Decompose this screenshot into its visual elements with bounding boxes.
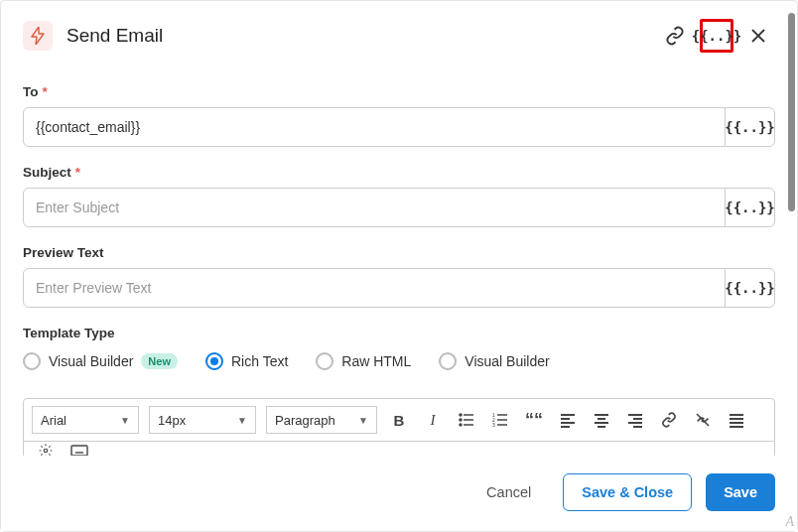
- save-button[interactable]: Save: [706, 473, 775, 511]
- watermark: A: [785, 514, 794, 530]
- bolt-icon: [23, 21, 53, 51]
- block-format-dropdown[interactable]: Paragraph▼: [266, 406, 377, 434]
- editor-toolbar-row2: [23, 442, 775, 456]
- radio-visual-builder-new[interactable]: Visual Builder New: [23, 352, 178, 370]
- radio-icon: [205, 352, 223, 370]
- to-label: To*: [23, 84, 775, 99]
- blockquote-button[interactable]: ““: [522, 408, 546, 432]
- close-icon[interactable]: [741, 19, 775, 53]
- radio-visual-builder[interactable]: Visual Builder: [439, 352, 549, 370]
- field-to: To* {{..}}: [23, 84, 775, 147]
- svg-point-2: [460, 414, 462, 416]
- font-family-dropdown[interactable]: Arial▼: [32, 406, 139, 434]
- to-input[interactable]: [24, 108, 725, 146]
- align-center-button[interactable]: [590, 408, 613, 432]
- cancel-button[interactable]: Cancel: [468, 473, 549, 511]
- italic-button[interactable]: I: [421, 408, 445, 432]
- svg-rect-32: [71, 446, 87, 456]
- editor-toolbar: Arial▼ 14px▼ Paragraph▼ B I 123 ““: [23, 398, 775, 442]
- subject-label: Subject*: [23, 165, 775, 180]
- link-icon[interactable]: [658, 19, 692, 53]
- field-template-type: Template Type Visual Builder New Rich Te…: [23, 326, 775, 370]
- modal-header: Send Email {{..}}: [1, 1, 797, 63]
- unlink-button[interactable]: [691, 408, 715, 432]
- align-right-button[interactable]: [623, 408, 647, 432]
- radio-raw-html[interactable]: Raw HTML: [316, 352, 411, 370]
- preview-token-button[interactable]: {{..}}: [725, 269, 774, 307]
- form-area: To* {{..}} Subject* {{..}} Preview Text …: [1, 63, 797, 456]
- to-token-button[interactable]: {{..}}: [725, 108, 774, 146]
- radio-icon: [23, 352, 41, 370]
- align-left-button[interactable]: [556, 408, 580, 432]
- insert-link-button[interactable]: [657, 408, 681, 432]
- keyboard-icon[interactable]: [67, 444, 91, 457]
- template-type-label: Template Type: [23, 326, 775, 340]
- ordered-list-button[interactable]: 123: [488, 408, 512, 432]
- modal-footer: Cancel Save & Close Save: [1, 456, 797, 531]
- subject-input[interactable]: [24, 189, 725, 226]
- radio-icon: [316, 352, 333, 370]
- svg-point-31: [44, 449, 48, 453]
- justify-button[interactable]: [725, 408, 748, 432]
- preview-label: Preview Text: [23, 245, 775, 260]
- save-close-button[interactable]: Save & Close: [563, 473, 692, 511]
- new-badge: New: [141, 353, 178, 369]
- radio-icon: [439, 352, 457, 370]
- font-size-dropdown[interactable]: 14px▼: [149, 406, 256, 434]
- settings-icon[interactable]: [34, 444, 58, 457]
- field-subject: Subject* {{..}}: [23, 165, 775, 227]
- svg-text:3: 3: [492, 422, 495, 428]
- svg-point-4: [460, 419, 462, 421]
- radio-rich-text[interactable]: Rich Text: [205, 352, 288, 370]
- bold-button[interactable]: B: [387, 408, 411, 432]
- field-preview: Preview Text {{..}}: [23, 245, 775, 308]
- preview-input[interactable]: [24, 269, 725, 307]
- subject-token-button[interactable]: {{..}}: [725, 189, 774, 226]
- modal-title: Send Email: [66, 25, 658, 47]
- variables-icon[interactable]: {{..}}: [700, 19, 733, 53]
- unordered-list-button[interactable]: [455, 408, 478, 432]
- scrollbar[interactable]: [788, 13, 795, 211]
- svg-point-6: [460, 424, 462, 426]
